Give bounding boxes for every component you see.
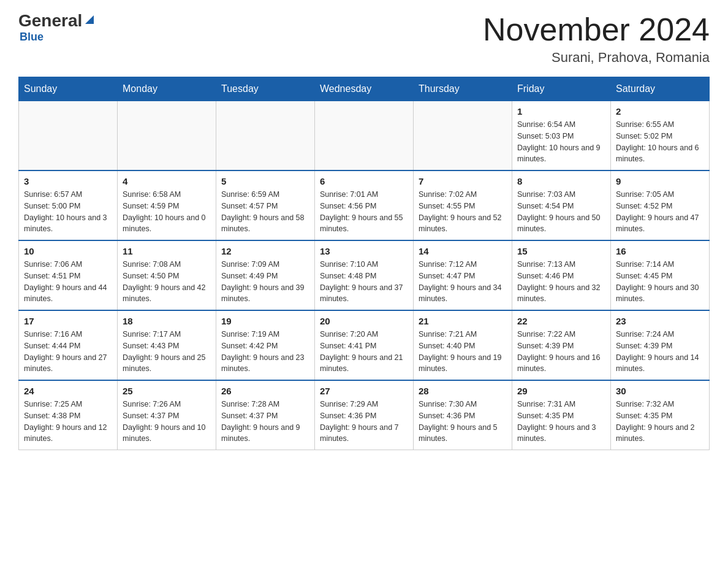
calendar-cell xyxy=(19,101,118,171)
day-info: Sunrise: 6:57 AMSunset: 5:00 PMDaylight:… xyxy=(24,189,112,235)
day-number: 25 xyxy=(123,386,211,396)
day-info: Sunrise: 7:14 AMSunset: 4:45 PMDaylight:… xyxy=(616,259,704,305)
day-info: Sunrise: 7:24 AMSunset: 4:39 PMDaylight:… xyxy=(616,329,704,375)
day-info: Sunrise: 7:22 AMSunset: 4:39 PMDaylight:… xyxy=(517,329,605,375)
calendar-week-1: 1Sunrise: 6:54 AMSunset: 5:03 PMDaylight… xyxy=(19,101,710,171)
calendar-cell: 25Sunrise: 7:26 AMSunset: 4:37 PMDayligh… xyxy=(118,380,216,450)
calendar-cell: 23Sunrise: 7:24 AMSunset: 4:39 PMDayligh… xyxy=(611,310,710,380)
day-number: 23 xyxy=(616,316,704,326)
day-number: 4 xyxy=(123,176,211,186)
day-info: Sunrise: 7:12 AMSunset: 4:47 PMDaylight:… xyxy=(419,259,507,305)
day-number: 21 xyxy=(419,316,507,326)
day-number: 15 xyxy=(517,246,605,256)
calendar-cell: 21Sunrise: 7:21 AMSunset: 4:40 PMDayligh… xyxy=(414,310,512,380)
calendar-cell: 20Sunrise: 7:20 AMSunset: 4:41 PMDayligh… xyxy=(315,310,414,380)
calendar-cell: 8Sunrise: 7:03 AMSunset: 4:54 PMDaylight… xyxy=(512,170,611,240)
day-info: Sunrise: 7:25 AMSunset: 4:38 PMDaylight:… xyxy=(24,399,112,445)
day-info: Sunrise: 7:21 AMSunset: 4:40 PMDaylight:… xyxy=(419,329,507,375)
day-info: Sunrise: 7:19 AMSunset: 4:42 PMDaylight:… xyxy=(221,329,309,375)
calendar-cell: 3Sunrise: 6:57 AMSunset: 5:00 PMDaylight… xyxy=(19,170,118,240)
day-number: 26 xyxy=(221,386,309,396)
logo-blue: Blue xyxy=(20,31,44,44)
calendar-cell: 10Sunrise: 7:06 AMSunset: 4:51 PMDayligh… xyxy=(19,240,118,310)
calendar-cell: 17Sunrise: 7:16 AMSunset: 4:44 PMDayligh… xyxy=(19,310,118,380)
calendar-cell: 6Sunrise: 7:01 AMSunset: 4:56 PMDaylight… xyxy=(315,170,414,240)
calendar-cell: 22Sunrise: 7:22 AMSunset: 4:39 PMDayligh… xyxy=(512,310,611,380)
calendar-week-2: 3Sunrise: 6:57 AMSunset: 5:00 PMDaylight… xyxy=(19,170,710,240)
calendar-cell: 7Sunrise: 7:02 AMSunset: 4:55 PMDaylight… xyxy=(414,170,512,240)
day-number: 30 xyxy=(616,386,704,396)
logo-triangle-icon xyxy=(83,13,96,26)
calendar-cell: 4Sunrise: 6:58 AMSunset: 4:59 PMDaylight… xyxy=(118,170,216,240)
day-number: 29 xyxy=(517,386,605,396)
calendar-cell: 13Sunrise: 7:10 AMSunset: 4:48 PMDayligh… xyxy=(315,240,414,310)
day-info: Sunrise: 7:05 AMSunset: 4:52 PMDaylight:… xyxy=(616,189,704,235)
day-info: Sunrise: 7:09 AMSunset: 4:49 PMDaylight:… xyxy=(221,259,309,305)
day-info: Sunrise: 6:54 AMSunset: 5:03 PMDaylight:… xyxy=(517,119,605,165)
day-info: Sunrise: 6:59 AMSunset: 4:57 PMDaylight:… xyxy=(221,189,309,235)
day-info: Sunrise: 6:55 AMSunset: 5:02 PMDaylight:… xyxy=(616,119,704,165)
day-number: 3 xyxy=(24,176,112,186)
calendar-cell: 16Sunrise: 7:14 AMSunset: 4:45 PMDayligh… xyxy=(611,240,710,310)
calendar-cell: 14Sunrise: 7:12 AMSunset: 4:47 PMDayligh… xyxy=(414,240,512,310)
logo: General Blue xyxy=(18,12,96,44)
calendar-header-row: SundayMondayTuesdayWednesdayThursdayFrid… xyxy=(19,77,710,101)
day-number: 5 xyxy=(221,176,309,186)
day-info: Sunrise: 7:29 AMSunset: 4:36 PMDaylight:… xyxy=(320,399,408,445)
day-number: 2 xyxy=(616,106,704,117)
day-info: Sunrise: 7:17 AMSunset: 4:43 PMDaylight:… xyxy=(123,329,211,375)
location-subtitle: Surani, Prahova, Romania xyxy=(483,50,710,66)
calendar-cell: 9Sunrise: 7:05 AMSunset: 4:52 PMDaylight… xyxy=(611,170,710,240)
day-number: 8 xyxy=(517,176,605,186)
day-number: 13 xyxy=(320,246,408,256)
calendar-week-5: 24Sunrise: 7:25 AMSunset: 4:38 PMDayligh… xyxy=(19,380,710,450)
day-number: 20 xyxy=(320,316,408,326)
header: General Blue November 2024 Surani, Praho… xyxy=(18,12,710,66)
day-number: 16 xyxy=(616,246,704,256)
day-info: Sunrise: 7:03 AMSunset: 4:54 PMDaylight:… xyxy=(517,189,605,235)
day-number: 10 xyxy=(24,246,112,256)
day-info: Sunrise: 7:06 AMSunset: 4:51 PMDaylight:… xyxy=(24,259,112,305)
day-info: Sunrise: 7:28 AMSunset: 4:37 PMDaylight:… xyxy=(221,399,309,445)
calendar-cell: 11Sunrise: 7:08 AMSunset: 4:50 PMDayligh… xyxy=(118,240,216,310)
day-number: 12 xyxy=(221,246,309,256)
calendar-cell xyxy=(414,101,512,171)
day-info: Sunrise: 7:08 AMSunset: 4:50 PMDaylight:… xyxy=(123,259,211,305)
calendar-cell: 18Sunrise: 7:17 AMSunset: 4:43 PMDayligh… xyxy=(118,310,216,380)
day-info: Sunrise: 7:30 AMSunset: 4:36 PMDaylight:… xyxy=(419,399,507,445)
day-number: 19 xyxy=(221,316,309,326)
calendar-cell: 26Sunrise: 7:28 AMSunset: 4:37 PMDayligh… xyxy=(216,380,315,450)
svg-marker-0 xyxy=(85,15,94,24)
day-number: 28 xyxy=(419,386,507,396)
day-number: 22 xyxy=(517,316,605,326)
day-number: 1 xyxy=(517,106,605,117)
calendar-cell: 30Sunrise: 7:32 AMSunset: 4:35 PMDayligh… xyxy=(611,380,710,450)
header-tuesday: Tuesday xyxy=(216,77,315,101)
month-title: November 2024 xyxy=(483,12,710,47)
day-info: Sunrise: 7:02 AMSunset: 4:55 PMDaylight:… xyxy=(419,189,507,235)
day-info: Sunrise: 7:10 AMSunset: 4:48 PMDaylight:… xyxy=(320,259,408,305)
day-number: 24 xyxy=(24,386,112,396)
header-sunday: Sunday xyxy=(19,77,118,101)
day-number: 6 xyxy=(320,176,408,186)
day-info: Sunrise: 7:20 AMSunset: 4:41 PMDaylight:… xyxy=(320,329,408,375)
day-info: Sunrise: 7:01 AMSunset: 4:56 PMDaylight:… xyxy=(320,189,408,235)
calendar-cell: 2Sunrise: 6:55 AMSunset: 5:02 PMDaylight… xyxy=(611,101,710,171)
calendar-cell: 29Sunrise: 7:31 AMSunset: 4:35 PMDayligh… xyxy=(512,380,611,450)
logo-general: General xyxy=(18,12,82,29)
day-number: 9 xyxy=(616,176,704,186)
header-wednesday: Wednesday xyxy=(315,77,414,101)
header-thursday: Thursday xyxy=(414,77,512,101)
day-info: Sunrise: 6:58 AMSunset: 4:59 PMDaylight:… xyxy=(123,189,211,235)
day-number: 17 xyxy=(24,316,112,326)
calendar-cell: 19Sunrise: 7:19 AMSunset: 4:42 PMDayligh… xyxy=(216,310,315,380)
calendar-week-4: 17Sunrise: 7:16 AMSunset: 4:44 PMDayligh… xyxy=(19,310,710,380)
day-info: Sunrise: 7:26 AMSunset: 4:37 PMDaylight:… xyxy=(123,399,211,445)
calendar-cell: 15Sunrise: 7:13 AMSunset: 4:46 PMDayligh… xyxy=(512,240,611,310)
day-info: Sunrise: 7:32 AMSunset: 4:35 PMDaylight:… xyxy=(616,399,704,445)
calendar-cell: 1Sunrise: 6:54 AMSunset: 5:03 PMDaylight… xyxy=(512,101,611,171)
day-info: Sunrise: 7:16 AMSunset: 4:44 PMDaylight:… xyxy=(24,329,112,375)
day-info: Sunrise: 7:13 AMSunset: 4:46 PMDaylight:… xyxy=(517,259,605,305)
day-number: 27 xyxy=(320,386,408,396)
calendar-cell xyxy=(216,101,315,171)
